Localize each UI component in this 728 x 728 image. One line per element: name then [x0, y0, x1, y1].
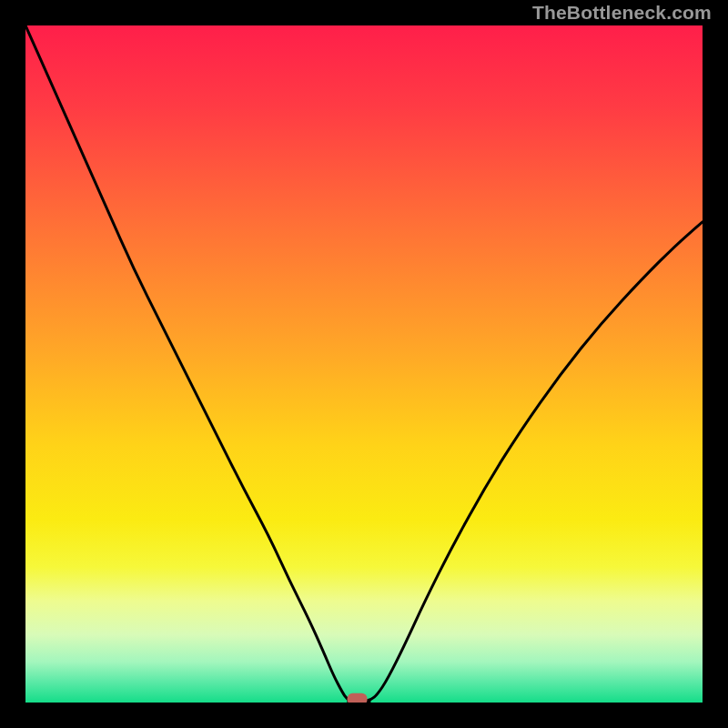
watermark-label: TheBottleneck.com: [532, 2, 712, 24]
plot-area: [25, 25, 703, 703]
gradient-background: [25, 25, 703, 703]
chart-container: TheBottleneck.com: [0, 0, 728, 728]
chart-svg: [25, 25, 703, 703]
optimal-marker: [348, 693, 368, 703]
